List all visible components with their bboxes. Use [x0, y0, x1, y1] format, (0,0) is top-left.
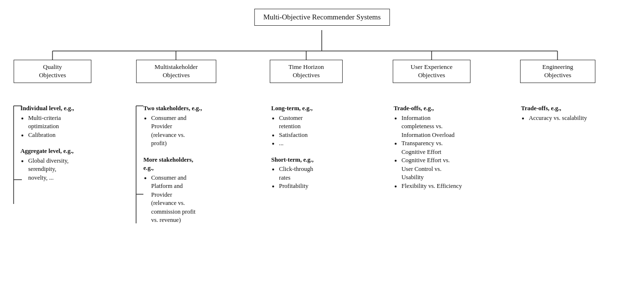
root-label: Multi-Objective Recommender Systems	[263, 13, 381, 21]
quality-item2: Calibration	[28, 131, 127, 140]
quality-section1-title: Individual level, e.g.,	[20, 104, 127, 113]
ue-section1-title: Trade-offs, e.g.,	[394, 104, 505, 113]
quality-item3: Global diversity,serendipity,novelty, ..…	[28, 157, 127, 183]
ue-item3: Cognitive Effort vs.User Control vs.Usab…	[401, 156, 505, 182]
ue-item4: Flexibility vs. Efficiency	[401, 182, 505, 191]
th-item1: Customerretention	[279, 114, 368, 131]
th-section1-title: Long-term, e.g.,	[271, 104, 368, 113]
timehorizon-box: Time HorizonObjectives	[270, 60, 343, 83]
userexperience-box: User ExperienceObjectives	[393, 60, 470, 83]
diagram: Multi-Objective Recommender Systems Qual…	[0, 0, 644, 303]
multistakeholder-content: Two stakeholders, e.g., Consumer andProv…	[143, 104, 255, 225]
th-item3: ...	[279, 139, 368, 148]
quality-content: Individual level, e.g., Multi-criteriaop…	[20, 104, 127, 182]
ms-section1-title: Two stakeholders, e.g.,	[143, 104, 255, 113]
eng-section1-title: Trade-offs, e.g.,	[521, 104, 628, 113]
th-item2: Satisfaction	[279, 131, 368, 140]
engineering-content: Trade-offs, e.g., Accuracy vs. scalabili…	[521, 104, 628, 122]
th-item5: Profitability	[279, 182, 368, 191]
quality-label: QualityObjectives	[39, 63, 66, 79]
timehorizon-content: Long-term, e.g., Customerretention Satis…	[271, 104, 368, 191]
userexperience-label: User ExperienceObjectives	[411, 63, 453, 79]
engineering-label: EngineeringObjectives	[542, 63, 574, 79]
ms-section2-title: More stakeholders,e.g.,	[143, 156, 255, 173]
ms-item1: Consumer andProvider(relevance vs.profit…	[151, 114, 255, 148]
root-box: Multi-Objective Recommender Systems	[254, 9, 390, 26]
ue-item2: Transparency vs.Cognitive Effort	[401, 139, 505, 156]
timehorizon-label: Time HorizonObjectives	[289, 63, 324, 79]
ue-item1: Informationcompleteness vs.Information O…	[401, 114, 505, 140]
ms-item2: Consumer andPlatform andProvider(relevan…	[151, 174, 255, 225]
th-section2-title: Short-term, e.g.,	[271, 156, 368, 165]
quality-section2-title: Aggregate level, e.g.,	[20, 147, 127, 156]
quality-box: QualityObjectives	[14, 60, 91, 83]
multistakeholder-label: MultistakeholderObjectives	[155, 63, 198, 79]
eng-item1: Accuracy vs. scalability	[529, 114, 628, 123]
multistakeholder-box: MultistakeholderObjectives	[136, 60, 216, 83]
userexperience-content: Trade-offs, e.g., Informationcompletenes…	[394, 104, 505, 190]
th-item4: Click-throughrates	[279, 165, 368, 182]
engineering-box: EngineeringObjectives	[520, 60, 595, 83]
quality-item1: Multi-criteriaoptimization	[28, 114, 127, 131]
